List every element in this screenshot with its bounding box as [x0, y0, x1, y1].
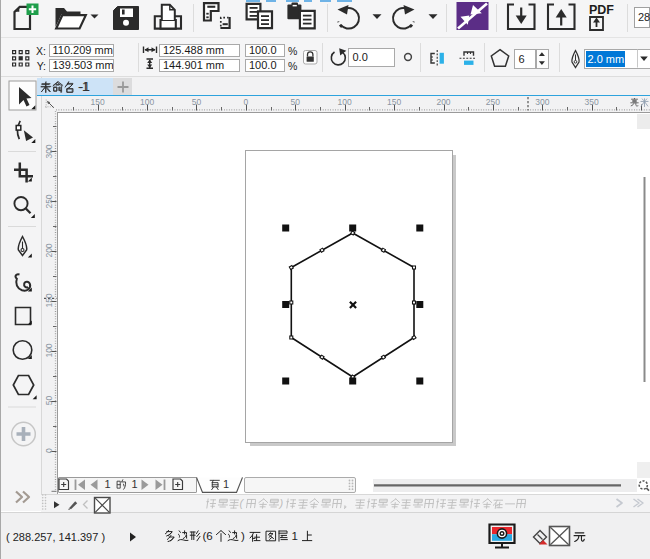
svg-text:PDF: PDF [589, 3, 614, 17]
